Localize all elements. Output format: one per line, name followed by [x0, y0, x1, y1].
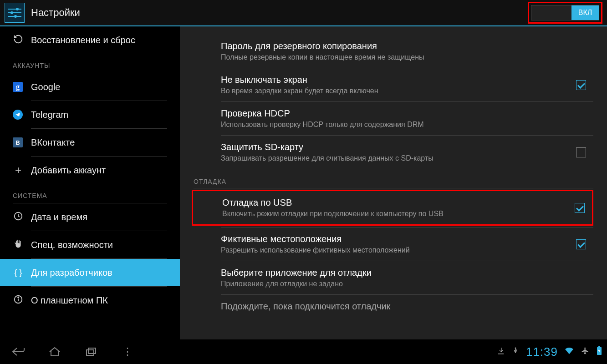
- sidebar-item-google[interactable]: g Google: [0, 73, 180, 101]
- page-title: Настройки: [31, 7, 80, 19]
- sidebar-section-accounts: АККАУНТЫ: [0, 54, 180, 73]
- restore-icon: [13, 34, 24, 46]
- sidebar-label: Восстановление и сброс: [31, 35, 135, 46]
- pref-protect-sd[interactable]: Защитить SD-карту Запрашивать разрешение…: [180, 136, 607, 169]
- sidebar-item-accessibility[interactable]: Спец. возможности: [0, 231, 180, 258]
- pref-mock-locations[interactable]: Фиктивные местоположения Разрешить испол…: [180, 228, 607, 261]
- pref-summary: Полные резервные копии в настоящее время…: [221, 53, 580, 61]
- home-button[interactable]: [41, 343, 68, 360]
- back-button[interactable]: [5, 343, 32, 360]
- pref-title: Не выключать экран: [221, 75, 580, 85]
- wifi-icon: [564, 347, 574, 357]
- status-tray[interactable]: 11:39: [497, 345, 602, 359]
- pref-backup-password[interactable]: Пароль для резервного копирования Полные…: [180, 35, 607, 68]
- sidebar-item-vk[interactable]: B ВКонтакте: [0, 129, 180, 156]
- info-icon: [13, 294, 24, 307]
- content-section-debug: ОТЛАДКА: [180, 169, 607, 188]
- sidebar-item-add-account[interactable]: + Добавить аккаунт: [0, 157, 180, 184]
- telegram-icon: [13, 110, 24, 120]
- clock-icon: [13, 211, 24, 223]
- vk-icon: B: [13, 137, 24, 147]
- system-nav-bar: ⋮ 11:39: [0, 339, 607, 364]
- sidebar-label: Для разработчиков: [31, 268, 112, 278]
- pref-summary: Во время зарядки экран будет всегда вклю…: [221, 87, 580, 95]
- checkbox-unchecked-icon[interactable]: [576, 147, 586, 157]
- menu-button[interactable]: ⋮: [114, 343, 141, 360]
- pref-stay-awake[interactable]: Не выключать экран Во время зарядки экра…: [180, 68, 607, 101]
- download-icon: [497, 347, 505, 357]
- airplane-icon: [581, 347, 590, 357]
- developer-master-switch[interactable]: ВКЛ: [531, 5, 599, 20]
- recents-button[interactable]: [77, 343, 105, 360]
- pref-title: Защитить SD-карту: [221, 142, 580, 152]
- google-icon: g: [13, 82, 24, 92]
- checkbox-checked-icon[interactable]: [575, 203, 585, 213]
- braces-icon: { }: [13, 268, 24, 278]
- settings-content: Пароль для резервного копирования Полные…: [180, 26, 607, 339]
- sidebar-label: Дата и время: [31, 212, 87, 222]
- sidebar-label: Google: [31, 82, 61, 92]
- settings-icon: [5, 3, 25, 23]
- pref-summary: Приложение для отладки не задано: [221, 280, 580, 288]
- pref-summary: Разрешить использование фиктивных местоп…: [221, 246, 580, 254]
- battery-icon: [596, 346, 602, 358]
- sidebar-label: Добавить аккаунт: [31, 165, 106, 176]
- sidebar-item-about[interactable]: О планшетном ПК: [0, 287, 180, 314]
- pref-select-debug-app[interactable]: Выберите приложение для отладки Приложен…: [180, 261, 607, 294]
- svg-rect-5: [88, 348, 96, 354]
- checkbox-checked-icon[interactable]: [576, 80, 586, 90]
- pref-summary: Запрашивать разрешение для считывания да…: [221, 154, 580, 162]
- plus-icon: +: [13, 164, 24, 177]
- pref-title: Выберите приложение для отладки: [221, 268, 580, 278]
- pref-hdcp[interactable]: Проверка HDCP Использовать проверку HDCP…: [180, 102, 607, 135]
- sidebar-label: Спец. возможности: [31, 240, 113, 250]
- checkbox-checked-icon[interactable]: [576, 239, 586, 249]
- action-bar: Настройки ВКЛ: [0, 0, 607, 26]
- switch-on-label: ВКЛ: [571, 5, 599, 20]
- pref-title: Проверка HDCP: [221, 108, 580, 119]
- pref-title: Подождите, пока подключится отладчик: [221, 301, 580, 312]
- sidebar-item-datetime[interactable]: Дата и время: [0, 203, 180, 231]
- sidebar-label: ВКонтакте: [31, 137, 75, 148]
- pref-title: Пароль для резервного копирования: [221, 41, 580, 51]
- sidebar-item-restore[interactable]: Восстановление и сброс: [0, 26, 180, 54]
- pref-summary: Включить режим отладки при подключении к…: [222, 210, 578, 218]
- svg-rect-9: [598, 346, 600, 347]
- sidebar-section-system: СИСТЕМА: [0, 184, 180, 203]
- svg-point-3: [18, 297, 19, 298]
- svg-point-7: [515, 347, 516, 349]
- sidebar-label: О планшетном ПК: [31, 295, 108, 306]
- sidebar-item-telegram[interactable]: Telegram: [0, 101, 180, 128]
- pref-title: Отладка по USB: [222, 197, 578, 208]
- sidebar-item-developer[interactable]: { } Для разработчиков: [0, 259, 180, 286]
- usb-icon: [511, 347, 520, 357]
- settings-sidebar: Восстановление и сброс АККАУНТЫ g Google…: [0, 26, 180, 339]
- sidebar-label: Telegram: [31, 110, 68, 120]
- pref-title: Фиктивные местоположения: [221, 234, 580, 244]
- pref-usb-debugging[interactable]: Отладка по USB Включить режим отладки пр…: [192, 190, 593, 226]
- svg-rect-6: [498, 354, 504, 354]
- svg-rect-4: [87, 350, 94, 355]
- highlight-annotation: ВКЛ: [528, 2, 602, 24]
- status-clock: 11:39: [526, 345, 558, 359]
- pref-wait-debugger[interactable]: Подождите, пока подключится отладчик: [180, 295, 607, 320]
- hand-icon: [13, 239, 24, 251]
- pref-summary: Использовать проверку HDCP только для со…: [221, 121, 580, 129]
